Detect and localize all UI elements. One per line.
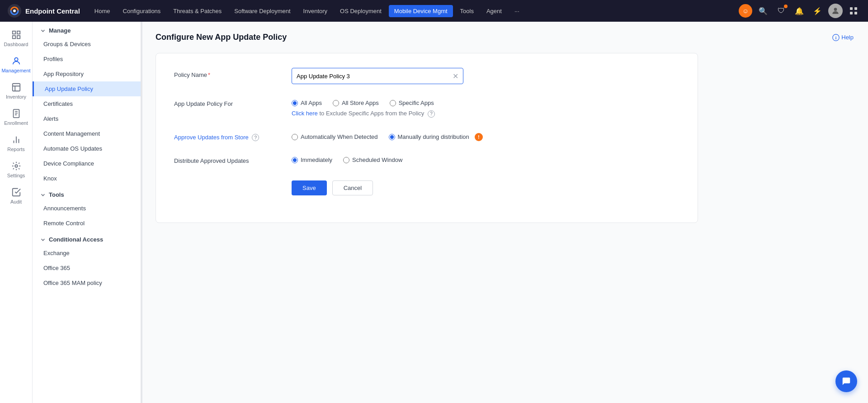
chevron-down-tools-icon [40, 192, 46, 198]
sidebar-item-inventory[interactable]: Inventory [0, 78, 32, 104]
info-icon: i [832, 34, 840, 41]
nav-app-update-policy[interactable]: App Update Policy [33, 81, 141, 96]
reports-icon [11, 135, 21, 145]
nav-remote-control[interactable]: Remote Control [33, 216, 141, 231]
inventory-icon [11, 82, 21, 92]
sidebar-item-settings[interactable]: Settings [0, 156, 32, 183]
sidebar-label-audit: Audit [10, 199, 22, 204]
nav-app-repo[interactable]: App Repository [33, 66, 141, 81]
nav-agent[interactable]: Agent [481, 5, 507, 17]
nav-office365-mam[interactable]: Office 365 MAM policy [33, 275, 141, 290]
main-content: Configure New App Update Policy i Help P… [141, 22, 868, 403]
svg-rect-10 [17, 36, 19, 38]
sidebar-item-enrollment[interactable]: Enrollment [0, 104, 32, 130]
radio-all-store[interactable]: All Store Apps [333, 100, 379, 106]
radio-auto-detected[interactable]: Automatically When Detected [292, 133, 378, 140]
svg-rect-9 [12, 36, 15, 38]
policy-name-row: Policy Name* ✕ [174, 68, 679, 84]
management-icon [11, 56, 21, 66]
cancel-button[interactable]: Cancel [332, 180, 373, 195]
user-status-icon[interactable]: ☺ [739, 4, 752, 18]
search-icon[interactable]: 🔍 [756, 4, 770, 18]
nav-announcements[interactable]: Announcements [33, 201, 141, 216]
nav-home[interactable]: Home [89, 5, 116, 17]
policy-name-input[interactable] [297, 73, 453, 80]
nav-device-compliance[interactable]: Device Compliance [33, 156, 141, 171]
nav-os[interactable]: OS Deployment [335, 5, 387, 17]
exclude-link[interactable]: Click here [292, 110, 318, 117]
svg-point-11 [14, 58, 18, 61]
action-buttons: Save Cancel [292, 180, 679, 195]
button-label-spacer [174, 177, 292, 180]
app-logo[interactable]: Endpoint Central [7, 4, 80, 18]
nav-software[interactable]: Software Deployment [229, 5, 296, 17]
approve-radio-group: Automatically When Detected Manually dur… [292, 130, 679, 141]
button-row: Save Cancel [174, 177, 679, 195]
nav-knox[interactable]: Knox [33, 171, 141, 186]
sidebar-item-management[interactable]: Management [0, 52, 32, 78]
help-link[interactable]: i Help [832, 34, 854, 41]
nav-inventory[interactable]: Inventory [298, 5, 333, 17]
lightning-icon[interactable]: ⚡ [810, 4, 825, 18]
radio-all-apps[interactable]: All Apps [292, 100, 322, 106]
conditional-section-title: Conditional Access [49, 236, 103, 243]
nav-tools[interactable]: Tools [455, 5, 479, 17]
manage-section-header[interactable]: Manage [33, 22, 141, 37]
secondary-navigation: Manage Groups & Devices Profiles App Rep… [33, 22, 141, 403]
tools-section-header[interactable]: Tools [33, 186, 141, 201]
policy-name-input-wrapper: ✕ [292, 68, 463, 84]
nav-exchange[interactable]: Exchange [33, 246, 141, 261]
nav-configurations[interactable]: Configurations [118, 5, 166, 17]
nav-groups-devices[interactable]: Groups & Devices [33, 37, 141, 52]
policy-name-label: Policy Name* [174, 68, 292, 78]
app-update-for-row: App Update Policy For All Apps All Store… [174, 97, 679, 118]
nav-automate-os[interactable]: Automate OS Updates [33, 141, 141, 156]
policy-name-control: ✕ [292, 68, 679, 84]
svg-rect-5 [850, 12, 853, 14]
settings-icon [11, 161, 21, 171]
bell-icon[interactable]: 🔔 [792, 4, 807, 18]
approve-help-icon[interactable]: ? [252, 134, 259, 141]
nav-office365[interactable]: Office 365 [33, 261, 141, 275]
app-name: Endpoint Central [25, 7, 80, 15]
svg-rect-4 [854, 7, 857, 10]
shield-badge [784, 5, 788, 8]
audit-icon [11, 187, 21, 197]
top-navigation: Endpoint Central Home Configurations Thr… [0, 0, 868, 22]
save-button[interactable]: Save [292, 180, 327, 195]
grid-icon [849, 6, 858, 15]
nav-certificates[interactable]: Certificates [33, 96, 141, 111]
nav-content-mgmt[interactable]: Content Management [33, 126, 141, 141]
clear-input-button[interactable]: ✕ [453, 72, 458, 81]
apps-grid-icon[interactable] [846, 4, 861, 18]
nav-profiles[interactable]: Profiles [33, 52, 141, 66]
page-header: Configure New App Update Policy i Help [156, 33, 854, 42]
radio-scheduled[interactable]: Scheduled Window [343, 156, 402, 163]
svg-rect-3 [850, 7, 853, 10]
radio-immediately[interactable]: Immediately [292, 156, 332, 163]
chevron-down-conditional-icon [40, 237, 46, 243]
svg-rect-7 [12, 31, 15, 34]
sidebar-item-dashboard[interactable]: Dashboard [0, 25, 32, 52]
nav-mobile[interactable]: Mobile Device Mgmt [389, 5, 453, 17]
radio-manually[interactable]: Manually during distribution ! [389, 133, 483, 141]
chevron-down-icon [40, 28, 46, 34]
distribute-row: Distribute Approved Updates Immediately … [174, 154, 679, 164]
approve-updates-control: Automatically When Detected Manually dur… [292, 130, 679, 141]
sidebar-label-reports: Reports [7, 147, 25, 152]
shield-icon[interactable]: 🛡 [774, 4, 788, 18]
nav-more[interactable]: ··· [509, 5, 525, 17]
sidebar-item-audit[interactable]: Audit [0, 183, 32, 209]
nav-alerts[interactable]: Alerts [33, 111, 141, 126]
sidebar-label-dashboard: Dashboard [4, 42, 28, 47]
app-update-for-label: App Update Policy For [174, 97, 292, 107]
sidebar-item-reports[interactable]: Reports [0, 130, 32, 156]
chat-fab-button[interactable] [835, 370, 857, 392]
user-avatar[interactable] [828, 4, 843, 18]
conditional-section-header[interactable]: Conditional Access [33, 231, 141, 246]
nav-threats[interactable]: Threats & Patches [168, 5, 227, 17]
radio-specific-apps[interactable]: Specific Apps [390, 100, 434, 106]
exclude-help-icon[interactable]: ? [428, 110, 435, 118]
sidebar-resize-handle[interactable] [141, 22, 142, 403]
dashboard-icon [11, 30, 21, 40]
